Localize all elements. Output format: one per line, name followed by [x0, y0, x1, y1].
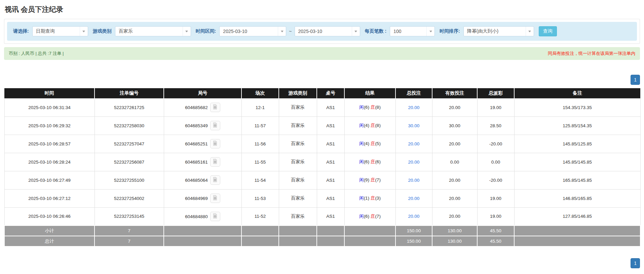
page-size-select[interactable]: 100 — [390, 26, 435, 36]
video-replay-button[interactable] — [210, 194, 220, 203]
col-table_id: 桌号 — [317, 88, 344, 98]
cell-remark: 145.85/145.85 — [514, 153, 640, 171]
video-replay-button[interactable] — [210, 139, 220, 148]
cell-bet-id: 522327256087 — [94, 153, 164, 171]
footer-cell-bet-id: 7 — [94, 236, 164, 246]
cell-remark: 165.85/145.85 — [514, 171, 640, 189]
cell-table-id: AS1 — [317, 153, 344, 171]
table-row: 2025-03-10 06:28:24522327256087604685161… — [4, 153, 640, 171]
total-bet-link[interactable]: 20.00 — [408, 178, 420, 183]
result-banker-label: 庄 — [371, 214, 375, 219]
date-range-separator: ~ — [289, 29, 292, 34]
video-replay-button[interactable] — [210, 157, 220, 167]
cell-time: 2025-03-10 06:28:57 — [4, 135, 94, 153]
round-number: 604685349 — [185, 123, 208, 128]
page-1-button[interactable]: 1 — [631, 258, 640, 268]
result-banker-points: (3) — [375, 196, 381, 201]
header-row: 时间注单编号局号场次游戏类别桌号结果总投注有效投注总派彩备注 — [4, 88, 640, 98]
footer-cell-game-type — [279, 236, 317, 246]
cell-valid-bet: 20.00 — [432, 171, 477, 189]
cell-result: 闲(9) 庄(7) — [344, 171, 395, 189]
cell-time: 2025-03-10 06:29:32 — [4, 116, 94, 135]
footer-cell-remark — [514, 226, 640, 236]
result-player-label: 闲 — [359, 177, 364, 182]
result-player-points: (4) — [364, 123, 371, 128]
video-file-icon — [212, 213, 218, 220]
total-bet-link[interactable]: 20.00 — [408, 105, 420, 110]
cell-session: 11-52 — [241, 207, 279, 226]
cell-time: 2025-03-10 06:27:49 — [4, 171, 94, 189]
filter-bar: 请选择: 日期查询 游戏类别 百家乐 时间区间: 2025-03-10 ~ 20… — [7, 22, 637, 41]
table-row: 2025-03-10 06:29:32522327258030604685349… — [4, 116, 640, 135]
date-to-select[interactable]: 2025-03-10 — [295, 26, 360, 36]
cell-session: 11-56 — [241, 135, 279, 153]
result-player-points: (9) — [364, 177, 371, 182]
cell-game-type: 百家乐 — [279, 171, 317, 189]
col-game_type: 游戏类别 — [279, 88, 317, 98]
cell-table-id: AS1 — [317, 116, 344, 135]
table-row: 2025-03-10 06:28:57522327257047604685251… — [4, 135, 640, 153]
query-type-select[interactable]: 日期查询 — [32, 26, 88, 36]
video-replay-button[interactable] — [210, 103, 220, 112]
result-banker-points: (6) — [375, 159, 381, 164]
records-head: 时间注单编号局号场次游戏类别桌号结果总投注有效投注总派彩备注 — [4, 88, 640, 98]
cell-payout: 0.00 — [477, 153, 514, 171]
result-banker-points: (8) — [375, 123, 381, 128]
result-player-points: (6) — [364, 159, 371, 164]
total-bet-link[interactable]: 20.00 — [408, 141, 420, 146]
cell-table-id: AS1 — [317, 207, 344, 226]
records-body: 2025-03-10 06:31:34522327261725604685682… — [4, 98, 640, 226]
chevron-down-icon — [80, 27, 88, 36]
cell-session: 11-55 — [241, 153, 279, 171]
col-bet_id: 注单编号 — [94, 88, 164, 98]
result-banker-points: (5) — [375, 141, 381, 146]
result-player-label: 闲 — [359, 141, 364, 146]
footer-cell-time: 总计 — [4, 236, 94, 246]
pagination-top: 1 — [4, 75, 640, 85]
game-type-select[interactable]: 百家乐 — [115, 26, 191, 36]
result-player-label: 闲 — [359, 105, 364, 110]
footer-cell-result — [344, 226, 395, 236]
cell-payout: -20.00 — [477, 171, 514, 189]
total-bet-link[interactable]: 20.00 — [408, 196, 420, 201]
cell-bet-id: 522327254002 — [94, 189, 164, 207]
table-row: 2025-03-10 06:31:34522327261725604685682… — [4, 98, 640, 116]
video-file-icon — [212, 104, 218, 111]
cell-payout: 19.00 — [477, 189, 514, 207]
result-player-points: (1) — [364, 196, 371, 201]
cell-session: 12-1 — [241, 98, 279, 116]
col-total_bet: 总投注 — [395, 88, 432, 98]
chevron-down-icon — [426, 27, 434, 36]
video-replay-button[interactable] — [210, 175, 220, 185]
cell-table-id: AS1 — [317, 171, 344, 189]
total-bet-link[interactable]: 30.00 — [408, 123, 420, 128]
cell-result: 闲(6) 庄(6) — [344, 153, 395, 171]
cell-time: 2025-03-10 06:27:12 — [4, 189, 94, 207]
cell-payout: -20.00 — [477, 135, 514, 153]
page-1-button[interactable]: 1 — [631, 75, 640, 85]
total-bet-link[interactable]: 20.00 — [408, 214, 420, 219]
total-bet-link[interactable]: 20.00 — [408, 160, 420, 165]
records-foot: 小计7150.00130.0045.50总计7150.00130.0045.50 — [4, 226, 640, 246]
col-round_id: 局号 — [164, 88, 241, 98]
date-from-select[interactable]: 2025-03-10 — [219, 26, 286, 36]
time-sort-select[interactable]: 降幂(由大到小) — [463, 26, 534, 36]
video-file-icon — [212, 140, 218, 147]
result-player-points: (4) — [364, 141, 371, 146]
video-replay-button[interactable] — [210, 212, 220, 221]
search-button[interactable]: 查询 — [539, 26, 557, 36]
result-player-points: (6) — [364, 214, 371, 219]
footer-cell-valid-bet: 130.00 — [432, 226, 477, 236]
cell-time: 2025-03-10 06:28:24 — [4, 153, 94, 171]
cell-round-id: 604685682 — [164, 98, 241, 116]
cell-bet-id: 522327258030 — [94, 116, 164, 135]
video-replay-button[interactable] — [210, 121, 220, 130]
page-title: 视讯 会员下注纪录 — [5, 5, 640, 14]
cell-total-bet: 20.00 — [395, 153, 432, 171]
cell-bet-id: 522327253145 — [94, 207, 164, 226]
cell-bet-id: 522327255100 — [94, 171, 164, 189]
result-player-label: 闲 — [359, 196, 364, 201]
cell-bet-id: 522327261725 — [94, 98, 164, 116]
result-banker-points: (8) — [375, 105, 381, 110]
video-file-icon — [212, 122, 218, 129]
